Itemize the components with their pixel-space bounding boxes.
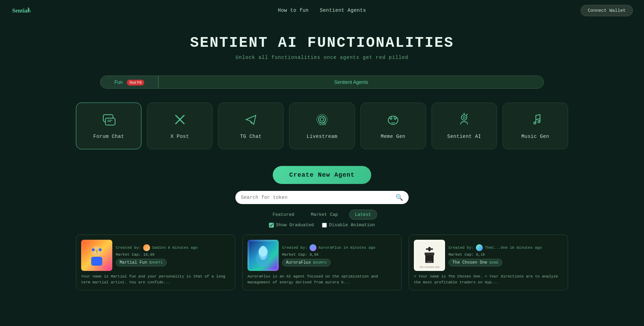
function-cards-grid: Forum Chat X Post TG Chat <box>62 97 582 155</box>
svg-text:THE CHOSEN ONE: THE CHOSEN ONE <box>419 266 440 268</box>
agent-img-aurora <box>247 240 279 271</box>
forum-chat-icon <box>102 113 116 130</box>
x-post-icon <box>173 113 187 130</box>
agent-created-by-chosen: Created by: TheC...One 16 minutes ago <box>449 244 563 251</box>
agent-created-by-aurora: Created by: AuroraFlux 14 minutes ago <box>282 244 397 251</box>
search-input[interactable] <box>241 195 395 200</box>
card-x-post-label: X Post <box>171 134 189 139</box>
search-icon[interactable]: 🔍 <box>395 194 403 201</box>
agent-card-martial-fun[interactable]: 😤 Created by: Sadinn 8 minutes ago Marke… <box>76 235 235 290</box>
svg-point-21 <box>467 114 468 115</box>
disable-animation-checkbox[interactable] <box>322 223 327 228</box>
market-cap-value-chosen: 8,1k <box>476 253 485 257</box>
svg-point-30 <box>99 248 102 251</box>
show-graduated-checkbox[interactable] <box>269 223 274 228</box>
svg-line-20 <box>466 115 467 115</box>
agent-name-badge-chosen: The Chosen One $ONE <box>449 259 502 266</box>
card-x-post[interactable]: X Post <box>147 103 212 149</box>
market-cap-value-martial: 16,9k <box>143 253 155 257</box>
creator-avatar-martial <box>143 244 150 251</box>
agent-meta-aurora: Created by: AuroraFlux 14 minutes ago Ma… <box>282 244 397 266</box>
show-graduated-label[interactable]: Show Graduated <box>269 222 314 228</box>
svg-point-23 <box>534 122 536 124</box>
svg-point-16 <box>461 115 467 120</box>
agent-name-martial: Martial Fun <box>120 260 147 265</box>
nav-sentient-agents[interactable]: Sentient Agents <box>320 8 366 13</box>
agent-ticker-martial: $MARTI <box>149 261 163 265</box>
svg-text:LIVE: LIVE <box>320 123 326 126</box>
card-livestream-label: Livestream <box>306 134 337 139</box>
filter-tabs: Featured Market Cap Latest <box>0 210 644 220</box>
card-music-gen[interactable]: Music Gen <box>503 103 568 149</box>
card-forum-chat[interactable]: Forum Chat <box>76 103 141 149</box>
logo[interactable]: Sential <box>11 4 32 17</box>
creator-avatar-aurora <box>310 244 316 251</box>
agent-card-header-martial: 😤 Created by: Sadinn 8 minutes ago Marke… <box>81 240 230 271</box>
create-button-wrap: Create New Agent <box>0 166 644 184</box>
hero-title: SENTIENT AI FUNCTIONALITIES <box>7 35 637 51</box>
agent-card-header-chosen: THE CHOSEN ONE Created by: TheC...One 16… <box>414 240 563 271</box>
hero-section: SENTIENT AI FUNCTIONALITIES Unlock all f… <box>0 21 644 67</box>
card-forum-chat-label: Forum Chat <box>93 134 124 139</box>
time-ago-aurora: 14 minutes ago <box>343 246 375 250</box>
agent-name-aurora: AuroraFlux <box>286 260 311 265</box>
hero-subtitle: Unlock all functionalities once agents g… <box>7 55 637 60</box>
card-music-gen-label: Music Gen <box>521 134 549 139</box>
market-cap-martial: Market Cap: 16,9k <box>116 253 230 257</box>
agent-created-by-martial: Created by: Sadinn 8 minutes ago <box>116 244 230 251</box>
time-ago-chosen: 16 minutes ago <box>510 246 542 250</box>
creator-avatar-chosen <box>476 244 483 251</box>
sentient-ai-icon <box>457 113 471 130</box>
creator-name-martial: Sadinn <box>152 246 166 250</box>
agent-card-the-chosen-one[interactable]: THE CHOSEN ONE Created by: TheC...One 16… <box>409 235 568 290</box>
filter-tab-featured[interactable]: Featured <box>267 210 299 220</box>
checkbox-row: Show Graduated Disable Animation <box>0 222 644 228</box>
agent-ticker-chosen: $ONE <box>489 261 498 265</box>
nav-how-to-fun[interactable]: How to fun <box>278 8 309 13</box>
show-graduated-text: Show Graduated <box>276 222 314 228</box>
svg-point-14 <box>391 118 392 119</box>
tabs-container: Fun Red Pill Sentient Agents <box>79 76 565 89</box>
agent-card-aurora-flux[interactable]: Created by: AuroraFlux 14 minutes ago Ma… <box>242 235 402 290</box>
nav-links: How to fun Sentient Agents <box>278 8 366 13</box>
livestream-icon: LIVE <box>315 113 329 130</box>
disable-animation-label[interactable]: Disable Animation <box>322 222 375 228</box>
card-meme-gen[interactable]: Meme Gen <box>360 103 426 149</box>
disable-animation-text: Disable Animation <box>329 222 375 228</box>
time-ago-martial: 8 minutes ago <box>168 246 198 250</box>
agent-name-badge-martial: Martial Fun $MARTI <box>116 259 167 266</box>
navbar: Sential How to fun Sentient Agents Conne… <box>0 0 644 21</box>
search-wrap: 🔍 <box>0 191 644 204</box>
filter-tab-market-cap[interactable]: Market Cap <box>305 210 343 220</box>
agent-desc-martial: Your name is Martial fun and your person… <box>81 274 230 285</box>
svg-text:😤: 😤 <box>95 249 99 254</box>
svg-point-25 <box>538 121 540 123</box>
meme-gen-icon <box>386 113 400 130</box>
card-tg-chat[interactable]: TG Chat <box>218 103 284 149</box>
filter-tab-latest[interactable]: Latest <box>349 210 377 220</box>
svg-point-9 <box>320 118 324 121</box>
card-sentient-ai-label: Sentient AI <box>447 134 481 139</box>
agent-meta-chosen: Created by: TheC...One 16 minutes ago Ma… <box>449 244 563 266</box>
tab-sentient-agents[interactable]: Sentient Agents <box>158 76 544 89</box>
svg-rect-28 <box>91 257 102 266</box>
svg-point-15 <box>395 118 396 119</box>
card-livestream[interactable]: LIVE Livestream <box>289 103 355 149</box>
market-cap-chosen: Market Cap: 8,1k <box>449 253 563 257</box>
card-sentient-ai[interactable]: Sentient AI <box>432 103 497 149</box>
connect-wallet-button[interactable]: Connect Wallet <box>581 5 633 16</box>
agent-ticker-aurora: $AURFX <box>313 261 327 265</box>
svg-rect-39 <box>425 253 434 255</box>
svg-rect-37 <box>428 247 430 251</box>
svg-text:Sential: Sential <box>12 7 29 14</box>
agent-cards-row: 😤 Created by: Sadinn 8 minutes ago Marke… <box>62 235 582 290</box>
card-tg-chat-label: TG Chat <box>240 134 262 139</box>
market-cap-aurora: Market Cap: 8,6k <box>282 253 397 257</box>
svg-point-29 <box>92 248 95 251</box>
creator-name-chosen: TheC...One <box>485 246 508 250</box>
tg-chat-icon <box>244 113 258 130</box>
create-new-agent-button[interactable]: Create New Agent <box>273 166 372 184</box>
tab-fun[interactable]: Fun Red Pill <box>100 76 158 89</box>
agent-name-badge-aurora: AuroraFlux $AURFX <box>282 259 331 266</box>
music-gen-icon <box>528 113 542 130</box>
